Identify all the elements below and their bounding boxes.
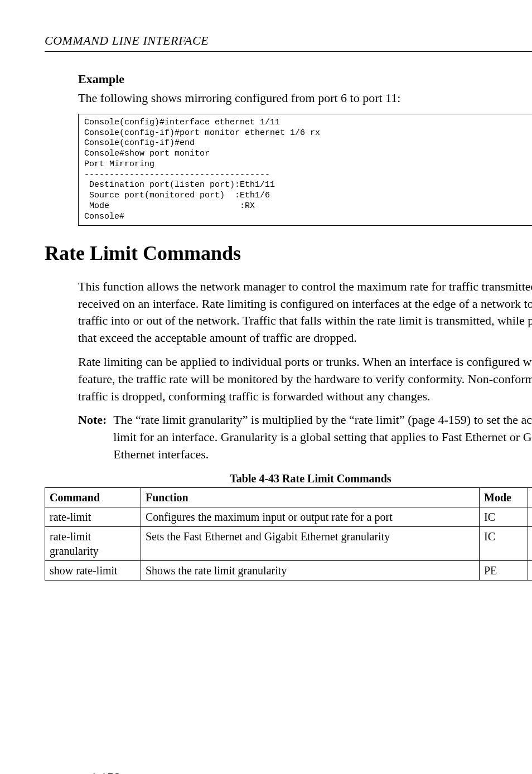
- th-page: Page: [528, 487, 533, 507]
- td-mode: PE: [480, 560, 528, 580]
- td-command: show rate-limit: [45, 560, 141, 580]
- code-block: Console(config)#interface ethernet 1/11 …: [78, 114, 532, 226]
- th-function: Function: [141, 487, 480, 507]
- td-page: 4-160: [528, 526, 533, 560]
- td-mode: IC: [480, 507, 528, 526]
- table-row: rate-limit Configures the maximum input …: [45, 507, 533, 526]
- section-title: Rate Limit Commands: [45, 243, 532, 265]
- running-head: COMMAND LINE INTERFACE: [45, 33, 532, 48]
- page-number: 4-158: [89, 770, 120, 774]
- table-caption: Table 4-43 Rate Limit Commands: [45, 472, 532, 485]
- rule: [45, 51, 532, 52]
- td-page: 4-161: [528, 560, 533, 580]
- table-row: rate-limit granularity Sets the Fast Eth…: [45, 526, 533, 560]
- table-header-row: Command Function Mode Page: [45, 487, 533, 507]
- table-row: show rate-limit Shows the rate limit gra…: [45, 560, 533, 580]
- note: Note: The “rate limit granularity” is mu…: [78, 412, 532, 463]
- td-page: 4-159: [528, 507, 533, 526]
- example-intro: The following shows mirroring configured…: [78, 90, 532, 107]
- note-label: Note:: [78, 412, 107, 463]
- td-command: rate-limit: [45, 507, 141, 526]
- th-mode: Mode: [480, 487, 528, 507]
- paragraph-1: This function allows the network manager…: [78, 278, 532, 347]
- example-heading: Example: [78, 72, 532, 86]
- paragraph-2: Rate limiting can be applied to individu…: [78, 354, 532, 405]
- td-function: Configures the maximum input or output r…: [141, 507, 480, 526]
- main-content: Example The following shows mirroring co…: [45, 72, 532, 580]
- td-mode: IC: [480, 526, 528, 560]
- td-function: Shows the rate limit granularity: [141, 560, 480, 580]
- td-function: Sets the Fast Ethernet and Gigabit Ether…: [141, 526, 480, 560]
- td-command: rate-limit granularity: [45, 526, 141, 560]
- th-command: Command: [45, 487, 141, 507]
- note-body: The “rate limit granularity” is multipli…: [113, 412, 532, 463]
- rate-limit-commands-table: Command Function Mode Page rate-limit Co…: [45, 487, 532, 580]
